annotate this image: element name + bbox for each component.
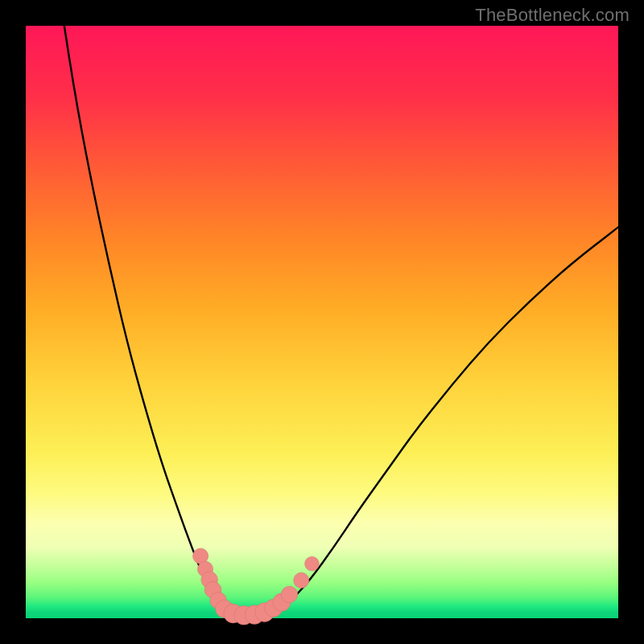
curve-marker	[294, 572, 309, 588]
curve-marker	[281, 586, 298, 603]
chart-frame: TheBottleneck.com	[0, 0, 644, 644]
curve-markers	[193, 548, 320, 625]
watermark-text: TheBottleneck.com	[475, 5, 630, 26]
curve-marker	[305, 556, 320, 571]
chart-plot-area	[26, 26, 618, 618]
chart-svg	[26, 26, 618, 618]
bottleneck-curve	[64, 26, 618, 617]
